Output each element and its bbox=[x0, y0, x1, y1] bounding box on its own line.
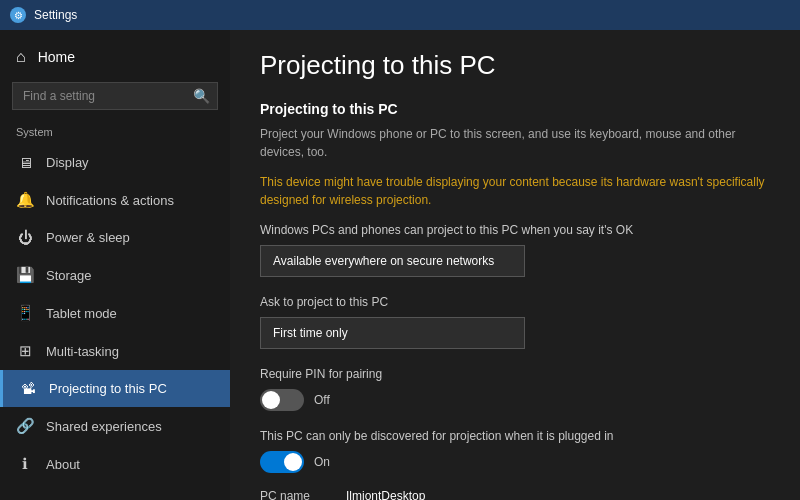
section-title: Projecting to this PC bbox=[260, 101, 770, 117]
plugged-toggle-label: On bbox=[314, 455, 330, 469]
sidebar-label-power: Power & sleep bbox=[46, 230, 130, 245]
projecting-icon: 📽 bbox=[19, 380, 37, 397]
main-layout: ⌂ Home 🔍 System 🖥 Display 🔔 Notification… bbox=[0, 30, 800, 500]
multitasking-icon: ⊞ bbox=[16, 342, 34, 360]
notifications-icon: 🔔 bbox=[16, 191, 34, 209]
pin-toggle-knob bbox=[262, 391, 280, 409]
pin-label: Require PIN for pairing bbox=[260, 365, 770, 383]
dropdown1-container: Available everywhere on secure networks … bbox=[260, 245, 770, 277]
about-icon: ℹ bbox=[16, 455, 34, 473]
sidebar-item-shared[interactable]: 🔗 Shared experiences bbox=[0, 407, 230, 445]
sidebar-label-shared: Shared experiences bbox=[46, 419, 162, 434]
sidebar-home-label: Home bbox=[38, 49, 75, 65]
search-box: 🔍 bbox=[12, 82, 218, 110]
setting-group-dropdown2: Ask to project to this PC First time onl… bbox=[260, 293, 770, 349]
tablet-icon: 📱 bbox=[16, 304, 34, 322]
setting-group-pin: Require PIN for pairing Off bbox=[260, 365, 770, 411]
power-icon: ⏻ bbox=[16, 229, 34, 246]
settings-icon: ⚙ bbox=[10, 7, 26, 23]
home-icon: ⌂ bbox=[16, 48, 26, 66]
dropdown1-label: Windows PCs and phones can project to th… bbox=[260, 221, 770, 239]
content-area: Projecting to this PC Projecting to this… bbox=[230, 30, 800, 500]
sidebar-item-tablet[interactable]: 📱 Tablet mode bbox=[0, 294, 230, 332]
description-text: Project your Windows phone or PC to this… bbox=[260, 125, 770, 161]
pc-name-label: PC name bbox=[260, 489, 330, 500]
pc-name-value: IlmiontDesktop bbox=[346, 489, 425, 500]
pc-name-row: PC name IlmiontDesktop bbox=[260, 489, 770, 500]
dropdown1-select[interactable]: Available everywhere on secure networks … bbox=[260, 245, 525, 277]
search-input[interactable] bbox=[12, 82, 218, 110]
plugged-toggle-knob bbox=[284, 453, 302, 471]
sidebar-label-projecting: Projecting to this PC bbox=[49, 381, 167, 396]
pin-toggle-row: Off bbox=[260, 389, 770, 411]
setting-group-dropdown1: Windows PCs and phones can project to th… bbox=[260, 221, 770, 277]
sidebar-item-about[interactable]: ℹ About bbox=[0, 445, 230, 483]
sidebar-section-label: System bbox=[0, 122, 230, 144]
sidebar-label-tablet: Tablet mode bbox=[46, 306, 117, 321]
sidebar-label-display: Display bbox=[46, 155, 89, 170]
titlebar: ⚙ Settings bbox=[0, 0, 800, 30]
sidebar-item-power[interactable]: ⏻ Power & sleep bbox=[0, 219, 230, 256]
plugged-label: This PC can only be discovered for proje… bbox=[260, 427, 770, 445]
plugged-toggle[interactable] bbox=[260, 451, 304, 473]
sidebar-item-multitasking[interactable]: ⊞ Multi-tasking bbox=[0, 332, 230, 370]
pin-toggle-label: Off bbox=[314, 393, 330, 407]
setting-group-plugged: This PC can only be discovered for proje… bbox=[260, 427, 770, 473]
pin-toggle[interactable] bbox=[260, 389, 304, 411]
dropdown2-label: Ask to project to this PC bbox=[260, 293, 770, 311]
sidebar-label-storage: Storage bbox=[46, 268, 92, 283]
sidebar-label-about: About bbox=[46, 457, 80, 472]
sidebar-item-projecting[interactable]: 📽 Projecting to this PC bbox=[0, 370, 230, 407]
storage-icon: 💾 bbox=[16, 266, 34, 284]
sidebar-label-multitasking: Multi-tasking bbox=[46, 344, 119, 359]
plugged-toggle-row: On bbox=[260, 451, 770, 473]
sidebar-item-home[interactable]: ⌂ Home bbox=[0, 38, 230, 76]
dropdown2-select[interactable]: First time only Every time Never bbox=[260, 317, 525, 349]
dropdown2-container: First time only Every time Never bbox=[260, 317, 770, 349]
sidebar: ⌂ Home 🔍 System 🖥 Display 🔔 Notification… bbox=[0, 30, 230, 500]
display-icon: 🖥 bbox=[16, 154, 34, 171]
sidebar-item-display[interactable]: 🖥 Display bbox=[0, 144, 230, 181]
sidebar-item-storage[interactable]: 💾 Storage bbox=[0, 256, 230, 294]
titlebar-title: Settings bbox=[34, 8, 77, 22]
search-icon: 🔍 bbox=[193, 88, 210, 104]
sidebar-label-notifications: Notifications & actions bbox=[46, 193, 174, 208]
warning-text: This device might have trouble displayin… bbox=[260, 173, 770, 209]
shared-icon: 🔗 bbox=[16, 417, 34, 435]
page-title: Projecting to this PC bbox=[260, 50, 770, 81]
sidebar-item-notifications[interactable]: 🔔 Notifications & actions bbox=[0, 181, 230, 219]
